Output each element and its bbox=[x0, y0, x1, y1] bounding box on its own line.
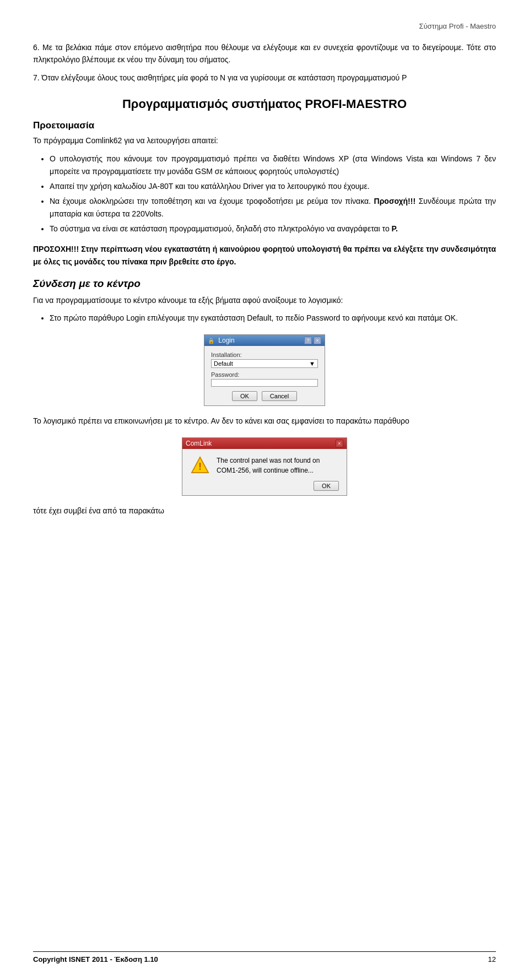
cancel-button[interactable]: Cancel bbox=[262, 391, 297, 401]
point6: 6. Με τα βελάκια πάμε στον επόμενο αισθη… bbox=[33, 41, 496, 66]
list-item-4: Το σύστημα να είναι σε κατάσταση προγραμ… bbox=[50, 223, 496, 235]
password-input[interactable] bbox=[211, 379, 318, 387]
page-header: Σύστημα Profi - Maestro bbox=[33, 22, 496, 30]
bullet4-part1: Το σύστημα να είναι σε κατάσταση προγραμ… bbox=[50, 224, 392, 233]
comlink-close-icon: × bbox=[336, 440, 343, 447]
comlink-title: ComLink bbox=[186, 440, 212, 447]
footer-page-number: 12 bbox=[488, 955, 496, 963]
list-item-1: Ο υπολογιστής που κάνουμε τον προγραμματ… bbox=[50, 153, 496, 178]
warning-block: ΠΡΟΣΟΧΗ!!! Στην περίπτωση νέου εγκαταστά… bbox=[33, 243, 496, 268]
ok-button[interactable]: OK bbox=[232, 391, 257, 401]
login-body: Installation: Default ▼ Password: OK Can… bbox=[204, 346, 325, 405]
list-item-5: Στο πρώτο παράθυρο Login επιλέγουμε την … bbox=[50, 312, 496, 324]
connection-intro: Για να προγραμματίσουμε το κέντρο κάνουμ… bbox=[33, 294, 496, 306]
comlink-dialog-container: ComLink × ! The control panel was not fo… bbox=[33, 437, 496, 496]
dropdown-arrow: ▼ bbox=[309, 360, 315, 367]
preparation-list: Ο υπολογιστής που κάνουμε τον προγραμματ… bbox=[50, 153, 496, 236]
list-item-3: Να έχουμε ολοκληρώσει την τοποθέτηση και… bbox=[50, 195, 496, 220]
comlink-ok-button[interactable]: OK bbox=[314, 481, 339, 491]
installation-label: Installation: bbox=[211, 351, 318, 358]
end-text: τότε έχει συμβεί ένα από τα παρακάτω bbox=[33, 505, 496, 517]
comlink-body: ! The control panel was not found on COM… bbox=[182, 449, 347, 481]
page-footer: Copyright ISNET 2011 - Έκδοση 1.10 12 bbox=[33, 951, 496, 963]
installation-row: Installation: Default ▼ bbox=[211, 351, 318, 368]
password-row: Password: bbox=[211, 371, 318, 387]
preparation-intro: Το πρόγραμμα Comlink62 για να λειτουργήσ… bbox=[33, 134, 496, 147]
bullet4-bold: P. bbox=[392, 224, 398, 233]
comlink-buttons: OK bbox=[182, 481, 347, 495]
login-title: 🔒 Login bbox=[208, 337, 235, 344]
login-dialog: 🔒 Login ? × Installation: Default ▼ bbox=[204, 334, 325, 406]
point7: 7. Όταν ελέγξουμε όλους τους αισθητήρες … bbox=[33, 72, 496, 84]
bullet1-text: Ο υπολογιστής που κάνουμε τον προγραμματ… bbox=[50, 154, 496, 176]
warning-triangle-icon: ! bbox=[190, 456, 210, 475]
footer-copyright: Copyright ISNET 2011 - Έκδοση 1.10 bbox=[33, 955, 158, 963]
bullet3-bold: Προσοχή!!! bbox=[374, 197, 416, 205]
page: Σύστημα Profi - Maestro 6. Με τα βελάκια… bbox=[0, 0, 529, 980]
sub-heading-connection: Σύνδεση με το κέντρο bbox=[33, 278, 496, 290]
login-titlebar: 🔒 Login ? × bbox=[204, 335, 325, 346]
login-dialog-container: 🔒 Login ? × Installation: Default ▼ bbox=[33, 334, 496, 406]
sub-heading-preparation: Προετοιμασία bbox=[33, 120, 496, 131]
comlink-message: The control panel was not found on COM1-… bbox=[217, 456, 339, 475]
svg-text:!: ! bbox=[198, 461, 202, 472]
installation-dropdown[interactable]: Default ▼ bbox=[211, 359, 318, 368]
installation-value: Default bbox=[214, 360, 233, 367]
connection-list: Στο πρώτο παράθυρο Login επιλέγουμε την … bbox=[50, 312, 496, 324]
main-heading: Προγραμματισμός συστήματος PROFI-MAESTRO bbox=[33, 97, 496, 111]
help-icon: ? bbox=[304, 337, 312, 344]
after-login-text: Το λογισμικό πρέπει να επικοινωνήσει με … bbox=[33, 415, 496, 427]
bullet2-text: Απαιτεί την χρήση καλωδίου JA-80T και το… bbox=[50, 182, 370, 191]
header-title: Σύστημα Profi - Maestro bbox=[419, 22, 496, 30]
login-buttons: OK Cancel bbox=[211, 391, 318, 401]
bullet5-text: Στο πρώτο παράθυρο Login επιλέγουμε την … bbox=[50, 313, 458, 322]
bullet3-part1: Να έχουμε ολοκληρώσει την τοποθέτηση και… bbox=[50, 197, 374, 205]
comlink-dialog: ComLink × ! The control panel was not fo… bbox=[182, 437, 347, 496]
comlink-titlebar: ComLink × bbox=[182, 438, 347, 449]
titlebar-icons: ? × bbox=[304, 337, 321, 344]
list-item-2: Απαιτεί την χρήση καλωδίου JA-80T και το… bbox=[50, 180, 496, 193]
password-label: Password: bbox=[211, 371, 318, 378]
close-icon: × bbox=[314, 337, 321, 344]
